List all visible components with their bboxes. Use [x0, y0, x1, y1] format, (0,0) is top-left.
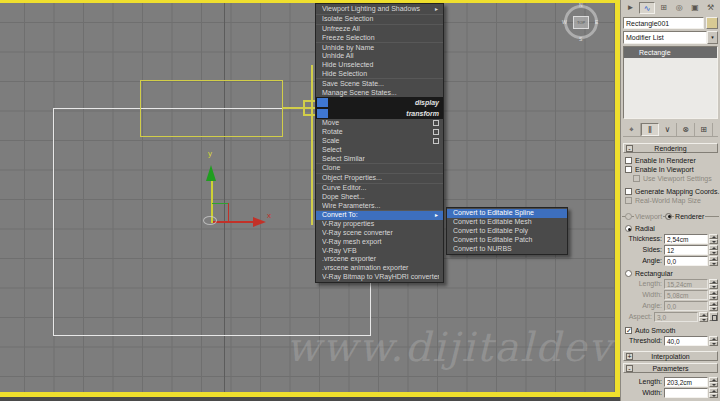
configure-modifier-sets-icon[interactable]: ⊞ — [695, 123, 713, 136]
menu-item[interactable]: Viewport Lighting and Shadows► — [316, 5, 443, 14]
viewcube[interactable]: TOP N S E W — [561, 2, 601, 42]
parameter-field[interactable]: 203,2cm — [664, 377, 708, 387]
object-name-field[interactable]: Rectangle001 — [623, 17, 704, 29]
show-end-result-icon[interactable]: Ⅱ — [641, 123, 659, 136]
gizmo-y-arrowhead[interactable] — [206, 165, 216, 181]
submenu-item[interactable]: Convert to Editable Patch — [447, 235, 567, 244]
modify-tab-icon[interactable]: ∿ — [639, 2, 656, 14]
submenu-item[interactable]: Convert to NURBS — [447, 244, 567, 253]
menu-item[interactable]: Freeze Selection — [316, 33, 443, 42]
modifier-list-dropdown[interactable]: Modifier List ▾ — [623, 31, 718, 44]
pin-stack-icon[interactable]: ⌖ — [623, 123, 641, 136]
menu-item[interactable]: Isolate Selection — [316, 15, 443, 24]
menu-item[interactable]: V-Ray mesh export — [316, 237, 443, 246]
generate-mapping-coords--checkbox[interactable] — [625, 188, 632, 195]
parameter-field[interactable]: 3,0 — [654, 312, 698, 322]
menu-item[interactable]: .vrscene exporter — [316, 255, 443, 264]
spinner-down-icon[interactable] — [709, 341, 718, 346]
renderer-radio[interactable] — [665, 213, 672, 220]
parameter-field[interactable]: 5,08cm — [664, 290, 708, 300]
enable-in-renderer-checkbox[interactable] — [625, 157, 632, 164]
submenu-item[interactable]: Convert to Editable Spline — [447, 209, 567, 218]
viewport-radio[interactable] — [625, 213, 632, 220]
menu-item[interactable]: Object Properties... — [316, 174, 443, 183]
menu-item[interactable]: Unhide by Name — [316, 43, 443, 52]
stack-item-rectangle[interactable]: Rectangle — [624, 47, 717, 58]
real-world-map-size-checkbox[interactable] — [625, 197, 632, 204]
settings-box-icon[interactable] — [433, 129, 439, 135]
settings-box-icon[interactable] — [433, 138, 439, 144]
menu-item[interactable]: .vrscene animation exporter — [316, 264, 443, 273]
settings-box-icon[interactable] — [433, 120, 439, 126]
enable-in-viewport-checkbox[interactable] — [625, 166, 632, 173]
radial-radio[interactable] — [625, 225, 632, 232]
menu-item[interactable]: Convert To:► — [316, 211, 443, 220]
parameter-field[interactable]: 2,54cm — [664, 234, 708, 244]
menu-item[interactable]: Select — [316, 145, 443, 154]
menu-item[interactable]: Move — [316, 119, 443, 128]
rollout-rendering[interactable]: - Rendering — [623, 143, 718, 153]
spline-rectangle-selected[interactable] — [140, 80, 283, 137]
parameter-field[interactable]: 12 — [664, 245, 708, 255]
menu-item[interactable]: Curve Editor... — [316, 184, 443, 193]
viewcube-west[interactable]: W — [562, 19, 567, 25]
menu-item[interactable]: Hide Selection — [316, 70, 443, 79]
menu-item[interactable]: Manage Scene States... — [316, 88, 443, 97]
menu-item[interactable]: Unhide All — [316, 52, 443, 61]
quad-section-transform[interactable]: transform — [316, 108, 443, 119]
gizmo-x-axis[interactable] — [213, 221, 254, 223]
rollout-interpolation[interactable]: + Interpolation — [623, 351, 718, 361]
gizmo-x-arrowhead[interactable] — [253, 217, 266, 227]
menu-item[interactable]: Save Scene State... — [316, 79, 443, 88]
parameter-field[interactable]: 0,0 — [664, 256, 708, 266]
motion-tab-icon[interactable]: ◎ — [672, 2, 687, 14]
rollout-parameters[interactable]: - Parameters — [623, 363, 718, 373]
spinner-down-icon[interactable] — [709, 261, 718, 266]
spinner-down-icon[interactable] — [709, 250, 718, 255]
make-unique-icon[interactable]: ∨ — [659, 123, 677, 136]
modifier-stack[interactable]: Rectangle — [623, 46, 718, 119]
menu-item[interactable]: V-Ray properties — [316, 220, 443, 229]
create-tab-icon[interactable]: ► — [623, 2, 638, 14]
menu-item[interactable]: Dope Sheet... — [316, 192, 443, 201]
rollout-minus-icon[interactable]: - — [626, 145, 633, 152]
utilities-tab-icon[interactable]: ⚒ — [703, 2, 718, 14]
submenu-item[interactable]: Convert to Editable Poly — [447, 227, 567, 236]
parameter-field[interactable] — [664, 388, 708, 398]
viewcube-east[interactable]: E — [595, 19, 598, 25]
viewcube-top-face[interactable]: TOP — [573, 16, 589, 29]
menu-item[interactable]: Hide Unselected — [316, 61, 443, 70]
menu-item[interactable]: V-Ray scene converter — [316, 229, 443, 238]
menu-item[interactable]: Clone — [316, 164, 443, 173]
rollout-plus-icon[interactable]: + — [626, 353, 633, 360]
viewcube-south[interactable]: S — [579, 36, 582, 42]
menu-item[interactable]: Unfreeze All — [316, 25, 443, 34]
spinner-down-icon[interactable] — [709, 239, 718, 244]
menu-item[interactable]: Rotate — [316, 128, 443, 137]
quad-section-display[interactable]: display — [316, 97, 443, 108]
menu-item[interactable]: Scale — [316, 137, 443, 146]
hierarchy-tab-icon[interactable]: ⊞ — [656, 2, 671, 14]
remove-modifier-icon[interactable]: ⊗ — [677, 123, 695, 136]
viewport-canvas[interactable]: www.dijitaldevs.com y x TOP N S E W — [0, 0, 620, 397]
display-tab-icon[interactable]: ▣ — [688, 2, 703, 14]
spinner-down-icon[interactable] — [709, 295, 718, 300]
lock-aspect-icon[interactable] — [709, 312, 718, 321]
spinner-down-icon[interactable] — [709, 306, 718, 311]
menu-item[interactable]: V-Ray VFB — [316, 246, 443, 255]
menu-item[interactable]: Wire Parameters... — [316, 201, 443, 210]
spinner-down-icon[interactable] — [709, 393, 718, 398]
object-color-swatch[interactable] — [706, 17, 718, 29]
parameter-field[interactable]: 15,24cm — [664, 279, 708, 289]
combo-arrow-icon[interactable]: ▾ — [707, 31, 718, 44]
use-viewport-settings-checkbox[interactable] — [633, 175, 640, 182]
auto-smooth-checkbox[interactable]: ✓ — [625, 327, 632, 334]
menu-item[interactable]: Select Similar — [316, 154, 443, 163]
menu-item[interactable]: V-Ray Bitmap to VRayHDRI converter — [316, 273, 443, 282]
parameter-field[interactable]: 40,0 — [664, 336, 708, 346]
spinner-down-icon[interactable] — [709, 382, 718, 387]
parameter-field[interactable]: 0,0 — [664, 301, 708, 311]
spinner-down-icon[interactable] — [709, 284, 718, 289]
gizmo-xy-plane-green[interactable] — [212, 203, 229, 204]
gizmo-xy-plane-red[interactable] — [228, 203, 229, 222]
